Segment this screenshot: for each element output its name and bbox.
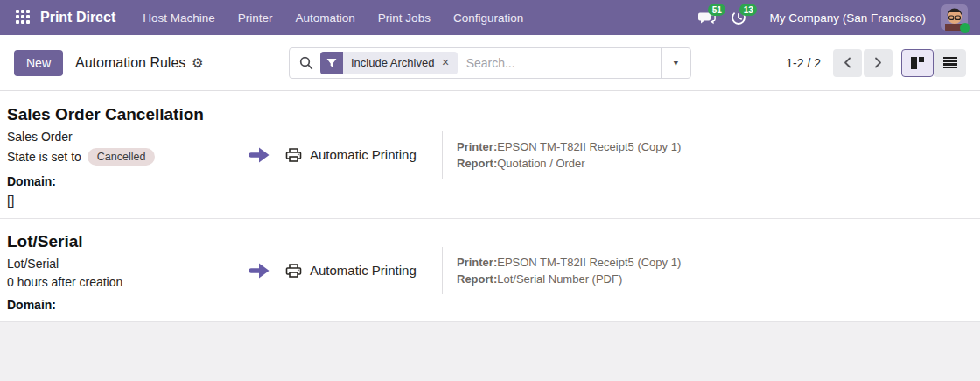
control-panel-left: New Automation Rules ⚙ xyxy=(14,50,289,76)
rule-summary: Lot/Serial Lot/Serial 0 hours after crea… xyxy=(7,229,249,312)
user-menu[interactable] xyxy=(942,4,968,31)
report-line: Report:Lot/Serial Number (PDF) xyxy=(457,271,681,287)
menu-configuration[interactable]: Configuration xyxy=(444,6,533,30)
company-switcher[interactable]: My Company (San Francisco) xyxy=(769,11,926,25)
kanban-view-icon xyxy=(911,57,924,69)
list-view-icon xyxy=(943,57,957,69)
rule-title: Lot/Serial xyxy=(7,232,249,251)
rule-details: Printer:EPSON TM-T82II Receipt5 (Copy 1)… xyxy=(442,131,681,179)
caret-down-icon: ▼ xyxy=(672,59,680,67)
new-button[interactable]: New xyxy=(14,50,63,76)
report-line: Report:Quotation / Order xyxy=(457,155,681,172)
rule-model: Sales Order xyxy=(7,130,249,144)
apps-grid-icon[interactable] xyxy=(16,10,32,25)
report-value: Lot/Serial Number (PDF) xyxy=(497,272,622,286)
navbar-right: 51 13 My Company (San Francisco) xyxy=(694,4,970,31)
domain-value: [] xyxy=(7,193,249,208)
pager-range: 1-2 / 2 xyxy=(786,56,821,70)
pager-next-button[interactable] xyxy=(864,49,892,77)
view-switcher xyxy=(901,49,966,77)
messages-count-badge: 51 xyxy=(708,4,725,16)
menu-automation[interactable]: Automation xyxy=(286,6,365,30)
filter-facet-label: Include Archived xyxy=(343,56,439,69)
rule-action-label: Automatic Printing xyxy=(310,263,416,278)
rule-card-lot-serial[interactable]: Lot/Serial Lot/Serial 0 hours after crea… xyxy=(0,219,980,322)
rule-trigger: State is set to Cancelled xyxy=(7,148,249,166)
search-icon xyxy=(299,56,313,70)
rule-summary: Sales Order Cancellation Sales Order Sta… xyxy=(7,102,249,208)
rule-details: Printer:EPSON TM-T82II Receipt5 (Copy 1)… xyxy=(442,247,681,294)
arrow-right-icon xyxy=(249,261,271,280)
printer-value: EPSON TM-T82II Receipt5 (Copy 1) xyxy=(497,140,681,153)
rule-action-block: Automatic Printing xyxy=(249,261,442,280)
rule-model: Lot/Serial xyxy=(7,257,249,271)
chevron-left-icon xyxy=(844,57,851,68)
search-input[interactable] xyxy=(458,56,661,70)
list-view-button[interactable] xyxy=(934,49,966,77)
printer-line: Printer:EPSON TM-T82II Receipt5 (Copy 1) xyxy=(457,254,681,271)
report-value: Quotation / Order xyxy=(497,157,584,170)
rule-card-sales-order-cancellation[interactable]: Sales Order Cancellation Sales Order Sta… xyxy=(0,91,980,219)
menu-print-jobs[interactable]: Print Jobs xyxy=(368,6,440,30)
domain-label: Domain: xyxy=(7,298,249,312)
online-status-dot xyxy=(960,23,970,33)
search-bar[interactable]: Include Archived ✕ ▼ xyxy=(289,47,691,79)
printer-line: Printer:EPSON TM-T82II Receipt5 (Copy 1) xyxy=(457,138,681,155)
report-label: Report: xyxy=(457,272,497,286)
rule-action: Automatic Printing xyxy=(285,147,416,163)
gear-icon[interactable]: ⚙ xyxy=(192,55,203,71)
printer-value: EPSON TM-T82II Receipt5 (Copy 1) xyxy=(497,256,681,269)
facet-close-icon[interactable]: ✕ xyxy=(439,57,457,68)
printer-icon xyxy=(285,147,302,163)
filter-facet[interactable]: Include Archived ✕ xyxy=(320,52,458,74)
state-badge: Cancelled xyxy=(88,148,156,166)
search-dropdown-toggle[interactable]: ▼ xyxy=(661,47,690,79)
activities-button[interactable]: 13 xyxy=(725,4,752,31)
menu-printer[interactable]: Printer xyxy=(228,6,283,30)
printer-label: Printer: xyxy=(457,140,497,153)
domain-label: Domain: xyxy=(7,174,249,188)
menu-host-machine[interactable]: Host Machine xyxy=(133,6,225,30)
kanban-view-button[interactable] xyxy=(901,49,934,77)
activities-count-badge: 13 xyxy=(739,4,757,16)
rule-trigger: 0 hours after creation xyxy=(7,275,249,289)
top-navbar: Print Direct Host Machine Printer Automa… xyxy=(0,0,980,35)
trigger-text: State is set to xyxy=(7,150,81,164)
main-menu: Host Machine Printer Automation Print Jo… xyxy=(133,6,533,30)
control-panel-right: 1-2 / 2 xyxy=(786,49,966,77)
trigger-text: 0 hours after creation xyxy=(7,275,122,289)
control-panel: New Automation Rules ⚙ Include Archived … xyxy=(0,35,980,91)
report-label: Report: xyxy=(457,157,497,170)
messages-button[interactable]: 51 xyxy=(694,4,720,31)
rule-action-block: Automatic Printing xyxy=(249,145,442,165)
printer-label: Printer: xyxy=(457,256,497,269)
page-title: Automation Rules xyxy=(75,55,186,71)
rule-action-label: Automatic Printing xyxy=(310,147,416,162)
pager-previous-button[interactable] xyxy=(833,49,862,77)
app-brand[interactable]: Print Direct xyxy=(40,10,116,25)
arrow-right-icon xyxy=(249,145,271,165)
printer-icon xyxy=(285,263,302,279)
filter-funnel-icon xyxy=(320,52,343,74)
rule-title: Sales Order Cancellation xyxy=(7,105,249,124)
chevron-right-icon xyxy=(874,57,882,68)
rule-action: Automatic Printing xyxy=(285,263,416,279)
